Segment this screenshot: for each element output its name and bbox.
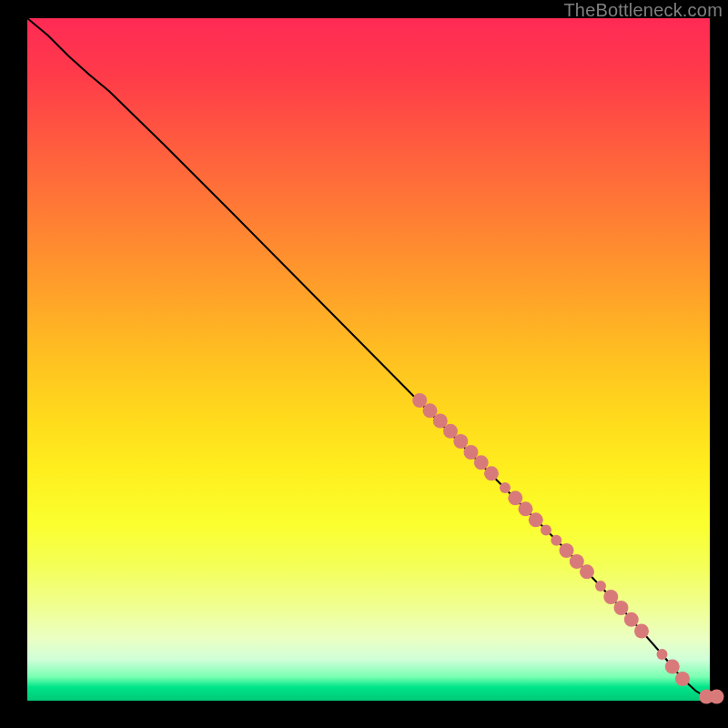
- scatter-point: [675, 672, 690, 686]
- scatter-point: [603, 590, 618, 604]
- chart-stage: TheBottleneck.com: [0, 0, 728, 728]
- scatter-point: [484, 466, 499, 480]
- scatter-point: [634, 624, 649, 639]
- scatter-point: [551, 535, 561, 546]
- scatter-point: [519, 501, 533, 516]
- scatter-point: [624, 612, 639, 627]
- scatter-point: [474, 455, 489, 470]
- scatter-point: [657, 649, 668, 660]
- chart-svg: [27, 18, 710, 701]
- scatter-point: [508, 490, 522, 505]
- scatter-markers: [412, 393, 723, 704]
- scatter-point: [614, 601, 629, 615]
- scatter-point: [710, 690, 724, 704]
- scatter-point: [665, 660, 680, 674]
- scatter-point: [541, 525, 551, 536]
- scatter-point: [453, 434, 468, 449]
- scatter-point: [412, 393, 427, 408]
- scatter-point: [500, 482, 511, 493]
- scatter-point: [464, 445, 479, 460]
- scatter-point: [529, 512, 543, 527]
- plot-area: [27, 18, 710, 701]
- scatter-point: [560, 543, 574, 558]
- scatter-point: [595, 581, 606, 592]
- scatter-point: [580, 564, 594, 579]
